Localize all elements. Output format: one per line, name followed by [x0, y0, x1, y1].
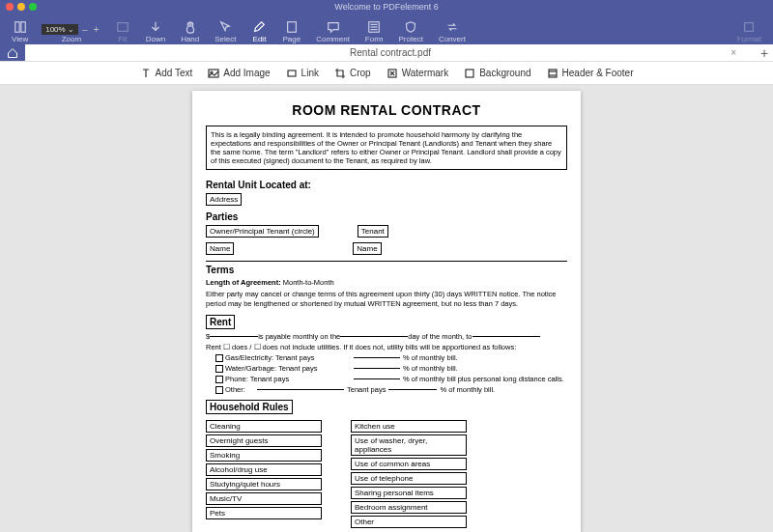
list-item: Use of common areas [351, 458, 467, 470]
link-button[interactable]: Link [286, 68, 319, 79]
svg-rect-8 [745, 23, 754, 32]
list-item: Bedroom assignment [351, 501, 467, 514]
list-item: Overnight guests [206, 434, 322, 447]
link-icon [286, 68, 298, 79]
loa-note: Either party may cancel or change terms … [206, 290, 567, 308]
add-tab-button[interactable]: + [756, 45, 773, 61]
name-field-1: Name [206, 242, 234, 255]
household-heading: Household Rules [206, 400, 293, 414]
select-icon [217, 20, 233, 34]
form-button[interactable]: Form [358, 14, 391, 43]
form-icon [366, 20, 382, 34]
list-item: Other [351, 516, 467, 528]
background-icon [464, 68, 475, 79]
comment-icon [326, 20, 341, 34]
list-item: Cleaning [206, 420, 322, 433]
svg-rect-13 [466, 70, 473, 77]
edit-icon [251, 20, 267, 34]
home-button[interactable] [0, 44, 25, 61]
svg-rect-0 [14, 22, 18, 33]
terms-heading: Terms [206, 261, 567, 275]
zoom-control: 100%⌄ – + Zoom [42, 24, 100, 43]
format-icon [741, 20, 757, 34]
protect-icon [403, 20, 418, 34]
page-button[interactable]: Page [274, 14, 308, 43]
zoom-in-button[interactable]: + [92, 25, 101, 35]
name-field-2: Name [353, 242, 381, 255]
convert-icon [444, 20, 460, 34]
list-item: Smoking [206, 449, 322, 462]
select-button[interactable]: Select [207, 14, 243, 43]
list-item: Sharing personal items [351, 487, 467, 499]
bill-other: Other:Tenant pays% of monthly bill. [206, 385, 567, 394]
image-icon [208, 68, 219, 79]
edit-button[interactable]: Edit [243, 14, 274, 43]
household-cols: CleaningOvernight guestsSmokingAlcohol/d… [206, 420, 567, 530]
protect-button[interactable]: Protect [391, 14, 431, 43]
header-footer-icon [547, 68, 558, 79]
tab-active[interactable]: Rental contract.pdf × [25, 44, 756, 61]
svg-rect-3 [287, 22, 296, 33]
svg-rect-11 [288, 70, 296, 76]
list-item: Use of telephone [351, 472, 467, 485]
rent-line-1: $ is payable monthly on the day of the m… [206, 332, 567, 341]
convert-button[interactable]: Convert [431, 14, 473, 43]
rental-unit-heading: Rental Unit Located at: [206, 180, 311, 190]
down-button[interactable]: Down [138, 14, 173, 43]
tab-close[interactable]: × [730, 47, 736, 58]
watermark-button[interactable]: Watermark [386, 68, 449, 79]
list-item: Studying/quiet hours [206, 478, 322, 490]
parties-heading: Parties [206, 211, 567, 222]
doc-intro: This is a legally binding agreement. It … [206, 126, 567, 170]
window-zoom[interactable] [29, 3, 37, 11]
header-footer-button[interactable]: Header & Footer [547, 68, 634, 79]
watermark-icon [386, 68, 398, 79]
svg-rect-2 [117, 23, 128, 32]
rent-line-2: Rent ☐ does / ☐ does not include utiliti… [206, 343, 567, 351]
svg-rect-1 [20, 22, 24, 33]
add-text-button[interactable]: Add Text [140, 68, 193, 79]
view-icon [13, 20, 28, 34]
comment-button[interactable]: Comment [308, 14, 358, 43]
format-button[interactable]: Format [730, 14, 769, 43]
fit-button[interactable]: Fit [107, 14, 138, 43]
zoom-out-button[interactable]: – [80, 25, 90, 35]
zoom-select[interactable]: 100%⌄ [42, 24, 77, 35]
pdf-page[interactable]: ROOM RENTAL CONTRACT This is a legally b… [192, 91, 581, 532]
bill-gas: Gas/Electricity: Tenant pays% of monthly… [206, 353, 567, 362]
crop-icon [334, 68, 346, 79]
tab-label: Rental contract.pdf [350, 47, 431, 58]
list-item: Use of washer, dryer, appliances [351, 434, 467, 456]
rent-heading: Rent [206, 315, 235, 329]
doc-title: ROOM RENTAL CONTRACT [206, 102, 567, 118]
list-item: Music/TV [206, 492, 322, 505]
hand-icon [183, 20, 198, 34]
bill-phone: Phone: Tenant pays% of monthly bill plus… [206, 375, 567, 383]
background-button[interactable]: Background [464, 68, 530, 79]
workspace: ROOM RENTAL CONTRACT This is a legally b… [0, 85, 773, 532]
view-button[interactable]: View [4, 14, 36, 43]
text-icon [140, 68, 152, 79]
owner-field: Owner/Principal Tenant (circle) [206, 225, 319, 238]
add-image-button[interactable]: Add Image [208, 68, 270, 79]
hand-button[interactable]: Hand [173, 14, 207, 43]
window-minimize[interactable] [17, 3, 25, 11]
down-icon [148, 20, 163, 34]
svg-rect-14 [549, 70, 557, 77]
page-icon [284, 20, 300, 34]
bill-water: Water/Garbage: Tenant pays% of monthly b… [206, 364, 567, 373]
address-field: Address [206, 193, 242, 206]
list-item: Alcohol/drug use [206, 463, 322, 476]
fit-icon [115, 20, 130, 34]
list-item: Kitchen use [351, 420, 467, 433]
window-title: Welcome to PDFelement 6 [334, 2, 438, 12]
crop-button[interactable]: Crop [334, 68, 371, 79]
list-item: Pets [206, 507, 322, 519]
window-close[interactable] [6, 3, 14, 11]
tenant-field: Tenant [358, 225, 388, 238]
